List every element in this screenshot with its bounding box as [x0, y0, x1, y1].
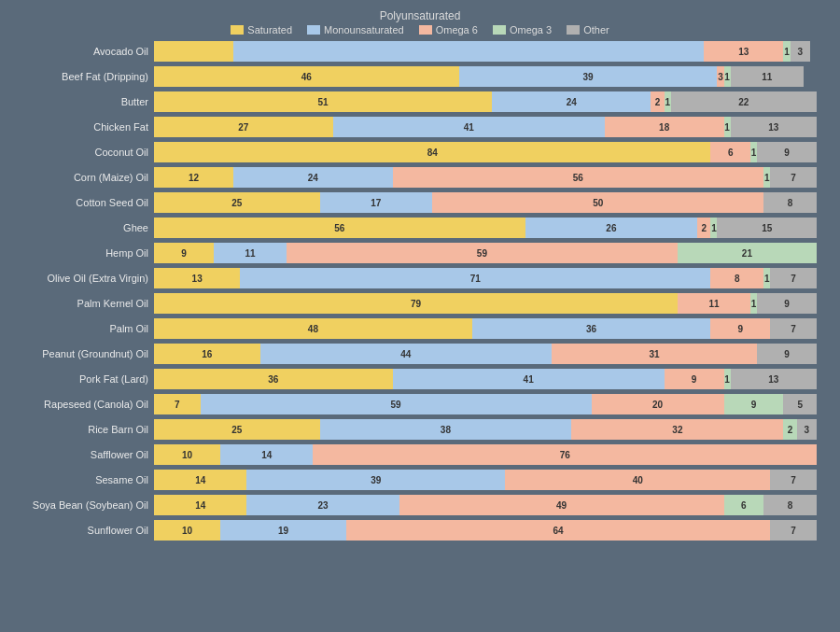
bar-label: 7 — [791, 324, 796, 334]
chart-row: Peanut (Groundnut) Oil1644319 — [9, 342, 831, 366]
bar-segment-sat: 12 — [154, 167, 233, 188]
bar-segment-other: 7 — [770, 470, 817, 490]
bar-segment-omega6: 9 — [710, 318, 770, 339]
bar-segment-sat: 36 — [154, 369, 393, 389]
bar-container: 791119 — [154, 293, 831, 314]
bar-container: 46393111 — [154, 66, 831, 87]
chart-row: Palm Oil483697 — [9, 316, 831, 341]
bar-segment-sat: 56 — [154, 218, 525, 238]
bar-label: 15 — [762, 223, 772, 233]
bar-segment-omega3: 1 — [750, 293, 757, 314]
bar-label: 2 — [702, 223, 707, 233]
bar-label: 17 — [371, 198, 381, 208]
bar-label: 1 — [711, 223, 717, 233]
bar-segment-other: 11 — [731, 66, 804, 87]
bar-label: 2 — [655, 97, 661, 107]
bar-label: 10 — [182, 526, 192, 536]
bar-label: 1 — [764, 274, 770, 284]
legend-monounsaturated: Monounsaturated — [307, 24, 404, 35]
bar-label: 1 — [724, 122, 730, 133]
bar-segment-sat: 48 — [154, 318, 472, 339]
bar-segment-omega6: 13 — [704, 41, 783, 62]
bar-label: 13 — [192, 274, 203, 284]
chart-row: Sunflower Oil1019647 — [9, 518, 831, 542]
bar-segment-sat: 7 — [154, 394, 201, 414]
bar-label: 6 — [741, 500, 747, 511]
bar-segment-mono: 39 — [459, 66, 718, 87]
bar-segment-mono: 14 — [220, 444, 313, 465]
bar-container: 7592095 — [154, 394, 831, 414]
bar-segment-mono: 59 — [201, 394, 592, 414]
bar-segment-mono: 26 — [525, 218, 698, 238]
row-label: Beef Fat (Dripping) — [9, 71, 154, 82]
bar-segment-omega3: 1 — [665, 91, 671, 112]
chart-row: Butter51242122 — [9, 90, 831, 114]
bar-container: 9115921 — [154, 243, 831, 263]
bar-segment-sat: 9 — [154, 243, 214, 263]
bar-label: 14 — [195, 475, 205, 485]
chart-row: Corn (Maize) Oil12245617 — [9, 165, 831, 190]
bar-segment-other: 7 — [770, 167, 817, 188]
bar-segment-sat: 27 — [154, 117, 333, 137]
bar-segment-sat: 25 — [154, 192, 320, 213]
bar-label: 36 — [586, 324, 596, 334]
bar-label: 9 — [784, 349, 790, 359]
bar-container: 25383223 — [154, 419, 831, 440]
chart-row: Hemp Oil9115921 — [9, 241, 831, 265]
bar-container: 101476 — [154, 444, 831, 465]
chart-row: Rice Barn Oil25383223 — [9, 417, 831, 442]
bar-segment-sat: 14 — [154, 470, 246, 490]
bar-segment-omega3: 1 — [783, 41, 790, 62]
bar-label: 48 — [308, 324, 318, 334]
bar-label: 36 — [268, 374, 278, 385]
bar-segment-sat: 79 — [154, 293, 678, 314]
bar-segment-mono: 41 — [333, 117, 605, 137]
bar-label: 27 — [238, 122, 248, 133]
bar-label: 25 — [231, 198, 242, 208]
bar-segment-mono: 24 — [233, 167, 392, 188]
bar-label: 3 — [718, 72, 723, 82]
bar-container: 51242122 — [154, 91, 831, 112]
bar-label: 9 — [738, 324, 744, 334]
row-label: Coconut Oil — [9, 147, 154, 158]
bar-segment-other: 8 — [763, 495, 817, 515]
row-label: Cotton Seed Oil — [9, 197, 154, 208]
legend-label-omega6: Omega 6 — [436, 24, 478, 35]
bar-label: 1 — [784, 47, 790, 57]
chart-row: Cotton Seed Oil2517508 — [9, 190, 831, 215]
bar-segment-omega6: 18 — [605, 117, 724, 137]
bar-segment-sat: 51 — [154, 91, 492, 112]
row-label: Sunflower Oil — [9, 525, 154, 536]
bar-segment-sat: 10 — [154, 520, 220, 541]
bar-label: 13 — [768, 122, 778, 133]
bar-container: 36419113 — [154, 369, 831, 389]
chart-body: Avocado Oil1313Beef Fat (Dripping)463931… — [9, 39, 831, 542]
bar-segment-omega6: 59 — [287, 243, 678, 263]
bar-label: 1 — [724, 72, 730, 82]
bar-segment-mono: 38 — [320, 419, 572, 440]
legend-area: Polyunsaturated Saturated Monounsaturate… — [9, 9, 831, 35]
row-label: Ghee — [9, 222, 154, 233]
legend-swatch-mono — [307, 25, 320, 35]
bar-segment-mono: 24 — [492, 91, 651, 112]
bar-segment-omega3: 1 — [763, 268, 770, 288]
bar-segment-omega6: 40 — [505, 470, 770, 490]
bar-label: 41 — [524, 374, 534, 385]
bar-container: 274118113 — [154, 117, 831, 137]
bar-segment-sat: 10 — [154, 444, 220, 465]
row-label: Avocado Oil — [9, 46, 154, 57]
bar-segment-sat: 84 — [154, 142, 710, 162]
bar-segment-other: 9 — [757, 344, 817, 364]
bar-segment-mono: 17 — [320, 192, 433, 213]
bar-segment-omega6: 50 — [432, 192, 763, 213]
row-label: Palm Kernel Oil — [9, 298, 154, 309]
chart-row: Sesame Oil1439407 — [9, 468, 831, 492]
bar-label: 11 — [708, 299, 719, 309]
bar-label: 23 — [317, 500, 328, 511]
bar-segment-omega6: 31 — [552, 344, 757, 364]
bar-label: 39 — [582, 72, 593, 82]
bar-segment-omega6: 76 — [313, 444, 817, 465]
bar-segment-sat: 25 — [154, 419, 320, 440]
legend-label-other: Other — [583, 24, 609, 35]
bar-segment-other: 22 — [671, 91, 817, 112]
